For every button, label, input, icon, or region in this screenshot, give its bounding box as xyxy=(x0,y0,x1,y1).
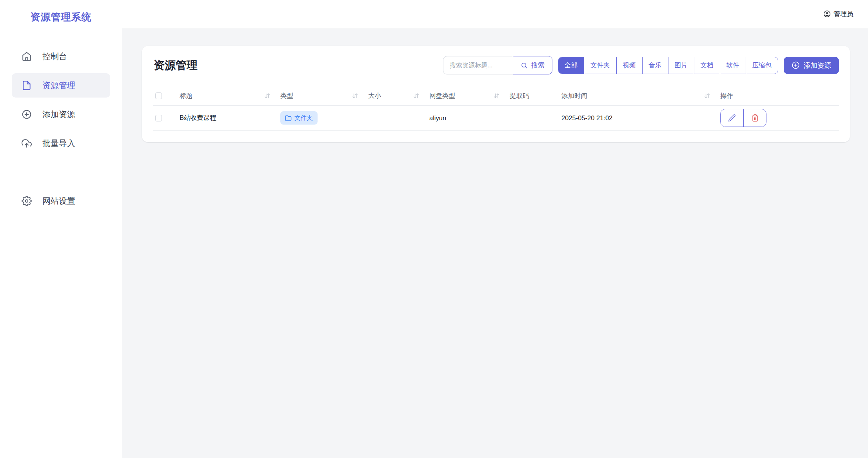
user-name: 管理员 xyxy=(833,9,853,18)
column-label: 网盘类型 xyxy=(429,92,455,100)
user-menu[interactable]: 管理员 xyxy=(823,9,853,18)
sort-icon[interactable] xyxy=(412,92,420,100)
filter-tab-压缩包[interactable]: 压缩包 xyxy=(746,57,778,74)
add-resource-button[interactable]: 添加资源 xyxy=(784,57,839,74)
column-header-type[interactable]: 类型 xyxy=(280,87,368,105)
top-header: 管理员 xyxy=(122,0,868,28)
file-icon xyxy=(22,80,32,91)
column-label: 操作 xyxy=(720,92,733,100)
search-input[interactable] xyxy=(443,56,513,74)
column-header-title[interactable]: 标题 xyxy=(180,87,280,105)
plus-circle-icon xyxy=(22,109,32,119)
search-button-label: 搜索 xyxy=(531,61,545,70)
trash-icon xyxy=(751,114,759,122)
upload-cloud-icon xyxy=(22,138,32,148)
column-label: 提取码 xyxy=(510,92,529,100)
sidebar-item-批量导入[interactable]: 批量导入 xyxy=(12,131,110,156)
filter-tab-音乐[interactable]: 音乐 xyxy=(642,57,668,74)
sort-icon[interactable] xyxy=(263,92,271,100)
edit-icon xyxy=(728,114,736,122)
sidebar-divider xyxy=(12,168,110,168)
sidebar-nav: 控制台资源管理添加资源批量导入 xyxy=(12,44,110,156)
filter-tab-视频[interactable]: 视频 xyxy=(616,57,642,74)
column-header-code: 提取码 xyxy=(510,87,561,105)
cell-size xyxy=(368,105,429,130)
edit-button[interactable] xyxy=(721,109,743,127)
filter-tab-文档[interactable]: 文档 xyxy=(694,57,720,74)
select-all-checkbox[interactable] xyxy=(155,92,162,99)
toolbar: 搜索 全部文件夹视频音乐图片文档软件压缩包 添加资源 xyxy=(443,56,839,74)
plus-circle-icon xyxy=(792,61,800,69)
cell-code xyxy=(510,105,561,130)
sort-icon[interactable] xyxy=(493,92,500,100)
home-icon xyxy=(22,51,32,62)
type-badge-label: 文件夹 xyxy=(294,114,313,122)
table-body: B站收费课程文件夹aliyun2025-05-20 21:02 xyxy=(153,105,839,130)
column-label: 标题 xyxy=(180,92,192,100)
column-label: 类型 xyxy=(280,92,293,100)
sidebar-item-资源管理[interactable]: 资源管理 xyxy=(12,73,110,98)
cell-title: B站收费课程 xyxy=(180,105,280,130)
type-badge: 文件夹 xyxy=(280,111,318,125)
sidebar-item-添加资源[interactable]: 添加资源 xyxy=(12,102,110,127)
sidebar-item-label: 批量导入 xyxy=(42,138,75,149)
sidebar-footer-nav: 网站设置 xyxy=(12,189,110,213)
sidebar-item-label: 控制台 xyxy=(42,51,67,62)
delete-button[interactable] xyxy=(743,109,766,127)
sort-icon[interactable] xyxy=(703,92,711,100)
column-header-added[interactable]: 添加时间 xyxy=(561,87,720,105)
sidebar-item-label: 添加资源 xyxy=(42,109,75,120)
resource-card: 资源管理 搜索 全部文件夹视频音乐图片文档软件压缩包 xyxy=(142,46,850,142)
gear-icon xyxy=(22,196,32,206)
row-action-group xyxy=(720,109,766,127)
column-header-checkbox xyxy=(153,87,180,105)
app-logo: 资源管理系统 xyxy=(0,11,122,24)
filter-tab-文件夹[interactable]: 文件夹 xyxy=(584,57,616,74)
sort-icon[interactable] xyxy=(351,92,359,100)
column-header-actions: 操作 xyxy=(720,87,839,105)
page-title: 资源管理 xyxy=(153,58,198,73)
type-filter-group: 全部文件夹视频音乐图片文档软件压缩包 xyxy=(558,57,778,74)
filter-tab-图片[interactable]: 图片 xyxy=(668,57,694,74)
column-label: 大小 xyxy=(368,92,381,100)
search-group: 搜索 xyxy=(443,56,552,74)
sidebar-item-label: 网站设置 xyxy=(42,196,75,206)
row-checkbox[interactable] xyxy=(155,115,162,121)
add-resource-label: 添加资源 xyxy=(804,61,831,70)
sidebar-item-label: 资源管理 xyxy=(42,80,75,91)
search-button[interactable]: 搜索 xyxy=(513,56,552,74)
table-header-row: 标题类型大小网盘类型提取码添加时间操作 xyxy=(153,87,839,105)
filter-tab-全部[interactable]: 全部 xyxy=(558,57,584,74)
column-header-disk[interactable]: 网盘类型 xyxy=(429,87,510,105)
sidebar-item-控制台[interactable]: 控制台 xyxy=(12,44,110,69)
folder-icon xyxy=(285,115,292,121)
sidebar-item-网站设置[interactable]: 网站设置 xyxy=(12,189,110,213)
filter-tab-软件[interactable]: 软件 xyxy=(720,57,746,74)
search-icon xyxy=(521,62,528,69)
resource-table: 标题类型大小网盘类型提取码添加时间操作 B站收费课程文件夹aliyun2025-… xyxy=(153,87,839,131)
sidebar: 资源管理系统 控制台资源管理添加资源批量导入 网站设置 xyxy=(0,0,122,458)
cell-disk: aliyun xyxy=(429,105,510,130)
cell-added: 2025-05-20 21:02 xyxy=(561,105,720,130)
column-header-size[interactable]: 大小 xyxy=(368,87,429,105)
table-row: B站收费课程文件夹aliyun2025-05-20 21:02 xyxy=(153,105,839,130)
column-label: 添加时间 xyxy=(561,92,587,100)
user-icon xyxy=(823,10,831,18)
main-content: 资源管理 搜索 全部文件夹视频音乐图片文档软件压缩包 xyxy=(122,28,868,458)
